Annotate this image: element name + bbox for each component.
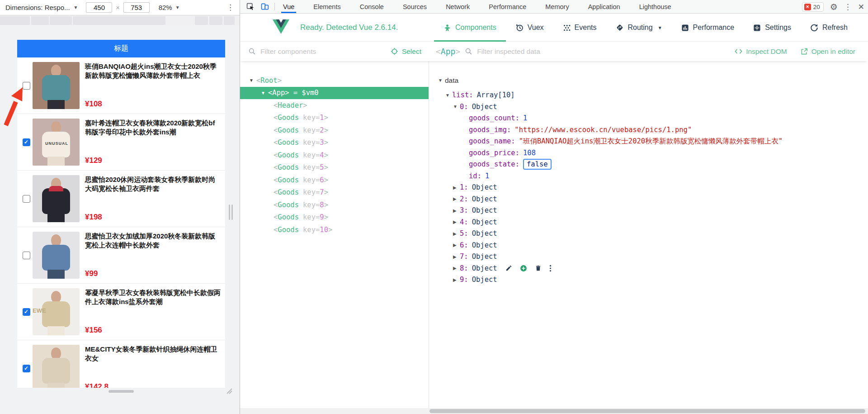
inspect-element-icon[interactable] xyxy=(245,2,255,11)
inspect-dom-button[interactable]: Inspect DOM xyxy=(735,48,787,56)
vue-tab-vuex[interactable]: Vuex xyxy=(506,14,553,42)
viewport-resize-handle-corner[interactable] xyxy=(225,387,232,394)
tree-node-app[interactable]: ▼ <App> = $vm0 xyxy=(240,87,429,100)
prop-goods-price: goods_price:108 xyxy=(429,147,868,159)
array-item-collapsed[interactable]: ▶5:Object xyxy=(429,228,868,240)
array-item-collapsed[interactable]: ▶7:Object xyxy=(429,251,868,263)
goods-list-item: ✓ EWE 幂凝早秋季卫衣女春秋装韩版宽松中长款假两件上衣薄款ins盐系外套潮 … xyxy=(17,284,225,340)
tree-node-goods[interactable]: <Goodskey=7> xyxy=(240,186,429,199)
tab-lighthouse[interactable]: Lighthouse xyxy=(637,0,673,13)
add-circle-icon[interactable] xyxy=(520,265,527,272)
tree-node-goods[interactable]: <Goodskey=5> xyxy=(240,162,429,174)
product-image: UNUSUAL xyxy=(33,119,80,166)
filter-components-input[interactable] xyxy=(260,48,391,56)
array-item-collapsed[interactable]: ▶ 8: Object xyxy=(429,262,868,274)
expand-caret-icon[interactable]: ▶ xyxy=(453,266,460,271)
device-toolbar-toggle-icon[interactable] xyxy=(260,2,269,11)
app-viewport: 标题 ✓ 班俏BANQIAO超火ins潮卫衣女士2020秋季新款韩版宽松慵懒风薄… xyxy=(17,40,225,388)
toolbar-divider xyxy=(274,3,275,10)
dimensions-select[interactable]: Dimensions: Respo... ▼ xyxy=(5,4,78,11)
expand-caret-icon[interactable]: ▼ xyxy=(249,78,256,83)
vue-tab-events[interactable]: Events xyxy=(553,14,606,42)
tree-node-goods[interactable]: <Goodskey=3> xyxy=(240,137,429,149)
array-item-collapsed[interactable]: ▶9:Object xyxy=(429,274,868,286)
array-item-collapsed[interactable]: ▶2:Object xyxy=(429,193,868,205)
array-item-expanded[interactable]: ▼ 0: Object xyxy=(429,101,868,113)
devtools-tabs: Vue Elements Console Sources Network Per… xyxy=(281,0,673,13)
tree-node-goods[interactable]: <Goodskey=8> xyxy=(240,199,429,211)
tree-node-header[interactable]: <Header> xyxy=(240,99,429,112)
tree-node-goods[interactable]: <Goodskey=2> xyxy=(240,124,429,137)
expand-caret-icon[interactable]: ▶ xyxy=(453,185,460,190)
value-edit-box[interactable]: false xyxy=(523,159,552,170)
prop-id: id:1 xyxy=(429,170,868,182)
tree-node-goods[interactable]: <Goodskey=6> xyxy=(240,174,429,186)
goods-checkbox[interactable]: ✓ xyxy=(23,195,30,203)
tab-elements[interactable]: Elements xyxy=(311,0,342,13)
tree-node-goods[interactable]: <Goodskey=4> xyxy=(240,149,429,162)
close-icon[interactable]: ✕ xyxy=(858,3,864,11)
tree-node-goods[interactable]: <Goodskey=9> xyxy=(240,211,429,224)
goods-checkbox[interactable]: ✓ xyxy=(23,308,30,316)
tab-console[interactable]: Console xyxy=(358,0,386,13)
array-item-collapsed[interactable]: ▶3:Object xyxy=(429,205,868,217)
tab-vue[interactable]: Vue xyxy=(281,0,296,13)
vue-tab-routing[interactable]: Routing ▼ xyxy=(606,14,672,42)
expand-caret-icon[interactable]: ▼ xyxy=(453,104,460,109)
array-item-collapsed[interactable]: ▶1:Object xyxy=(429,182,868,194)
tree-node-goods[interactable]: <Goodskey=10> xyxy=(240,224,429,236)
expand-caret-icon[interactable]: ▶ xyxy=(453,208,460,213)
array-item-collapsed[interactable]: ▶6:Object xyxy=(429,239,868,251)
viewport-resize-handle-right[interactable] xyxy=(229,205,233,220)
selected-component-breadcrumb: <App> xyxy=(436,47,460,56)
goods-price: ¥156 xyxy=(85,326,221,335)
goods-checkbox[interactable]: ✓ xyxy=(23,138,30,146)
viewport-width-input[interactable] xyxy=(86,2,112,13)
tree-node-root[interactable]: ▼ <Root> xyxy=(240,74,429,87)
viewport-height-input[interactable] xyxy=(123,2,150,13)
goods-checkbox[interactable]: ✓ xyxy=(23,365,30,372)
viewport-resize-handle-bottom[interactable] xyxy=(108,390,134,393)
angle-brackets-icon xyxy=(735,48,742,55)
expand-caret-icon[interactable]: ▼ xyxy=(261,90,268,95)
array-item-collapsed[interactable]: ▶4:Object xyxy=(429,216,868,228)
expand-caret-icon[interactable]: ▶ xyxy=(453,277,460,282)
tab-application[interactable]: Application xyxy=(586,0,622,13)
scrollbar-thumb[interactable] xyxy=(429,409,865,413)
goods-list-item: ✓ UNUSUAL 嘉叶希连帽卫衣女春秋薄款2020新款宽松bf韩版字母印花中长… xyxy=(17,114,225,171)
devtools-menu-icon[interactable]: ⋮ xyxy=(844,3,852,11)
dimensions-separator: × xyxy=(116,4,119,11)
expand-caret-icon[interactable]: ▶ xyxy=(453,196,460,201)
data-section-header[interactable]: ▼ data xyxy=(429,75,868,86)
gear-icon[interactable]: ⚙ xyxy=(830,3,838,11)
tree-node-goods[interactable]: <Goodskey=1> xyxy=(240,112,429,124)
expand-caret-icon[interactable]: ▶ xyxy=(453,231,460,236)
device-toolbar-menu-icon[interactable]: ⋮ xyxy=(226,3,234,13)
vue-tab-components[interactable]: Components xyxy=(434,14,506,42)
select-component-button[interactable]: Select xyxy=(391,48,421,56)
external-link-icon xyxy=(801,48,808,55)
open-in-editor-button[interactable]: Open in editor xyxy=(801,48,855,56)
expand-caret-icon[interactable]: ▶ xyxy=(453,254,460,259)
delete-trash-icon[interactable] xyxy=(535,265,542,271)
tab-performance[interactable]: Performance xyxy=(487,0,528,13)
expand-caret-icon[interactable]: ▶ xyxy=(453,243,460,247)
goods-checkbox[interactable]: ✓ xyxy=(23,82,30,90)
zoom-select[interactable]: 82% ▼ xyxy=(159,4,180,11)
vue-tab-settings[interactable]: Settings xyxy=(744,14,801,42)
vue-tab-performance[interactable]: Performance xyxy=(672,14,744,42)
vue-tab-refresh[interactable]: Refresh xyxy=(801,14,857,42)
goods-checkbox[interactable]: ✓ xyxy=(23,252,30,259)
more-kebab-icon[interactable] xyxy=(549,265,552,272)
edit-pencil-icon[interactable] xyxy=(505,265,512,271)
error-count-badge[interactable]: ✕ 20 xyxy=(802,2,824,12)
list-array-row[interactable]: ▼ list: Array[10] xyxy=(429,90,868,101)
expand-caret-icon[interactable]: ▼ xyxy=(438,78,445,83)
goods-price: ¥129 xyxy=(85,156,221,165)
tab-sources[interactable]: Sources xyxy=(401,0,429,13)
tab-network[interactable]: Network xyxy=(444,0,472,13)
expand-caret-icon[interactable]: ▼ xyxy=(445,93,452,98)
events-dots-icon xyxy=(563,24,571,32)
tab-memory[interactable]: Memory xyxy=(543,0,571,13)
expand-caret-icon[interactable]: ▶ xyxy=(453,219,460,224)
